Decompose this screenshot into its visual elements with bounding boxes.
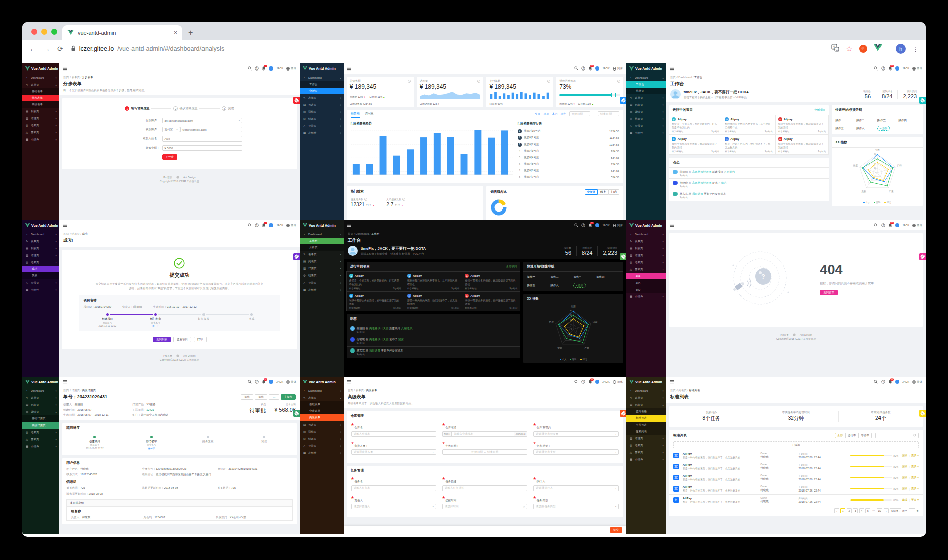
sidebar-subitem-success[interactable]: 成功: [22, 266, 59, 272]
legend-item[interactable]: 个人: [863, 201, 870, 204]
sidebar-item-result[interactable]: ◎结果页▾: [300, 272, 344, 279]
theme-settings-button[interactable]: [620, 410, 626, 417]
breadcrumb-item[interactable]: 列表页: [678, 389, 687, 392]
sidebar-item-list[interactable]: ▤列表页▾: [22, 401, 59, 408]
header-help-button[interactable]: ?: [581, 223, 585, 228]
user-avatar[interactable]: [895, 223, 899, 227]
header-search-button[interactable]: [874, 66, 878, 71]
theme-settings-button[interactable]: [293, 97, 300, 104]
theme-settings-button[interactable]: [620, 253, 626, 260]
project-card[interactable]: ◈Alipay那时候我只会想自己想要什么，从不想自己拥有什么科学搬砖组9小时前: [404, 271, 462, 292]
header-notification-button[interactable]: 12: [588, 66, 592, 71]
sidebar-item-exception[interactable]: △异常页▴: [626, 266, 666, 273]
theme-settings-button[interactable]: [919, 97, 926, 104]
feed-link[interactable]: 项目进展: [369, 349, 380, 352]
sidebar-subitem-advanced-form[interactable]: 高级表单: [300, 414, 344, 421]
quick-op-link[interactable]: 操作六: [856, 127, 877, 130]
feed-link[interactable]: 留言: [721, 181, 727, 184]
vue-devtools-icon[interactable]: [874, 44, 882, 53]
sidebar-item-exception[interactable]: △异常页▾: [626, 449, 666, 456]
breadcrumb-item[interactable]: 首页: [348, 232, 353, 235]
sidebar-subitem-analysis[interactable]: 分析页: [300, 88, 344, 94]
filter-门店[interactable]: 门店: [608, 189, 619, 195]
feed-link[interactable]: 八月迭代: [401, 327, 412, 330]
sidebar-item-profile[interactable]: ▥详情页▾: [22, 115, 59, 122]
select-field[interactable]: 请选择任务类型▾: [533, 504, 619, 509]
header-help-button[interactable]: ?: [255, 223, 259, 228]
sidebar-item-profile[interactable]: ▥详情页▾: [626, 108, 666, 115]
sidebar-item-form[interactable]: ✎表单页▴: [300, 394, 344, 401]
menu-collapse-button[interactable]: [670, 66, 674, 71]
quick-op-link[interactable]: 操作二: [856, 119, 877, 122]
project-card[interactable]: AAlipay城镇中有那么多的酒馆，她却偏偏走进了我的酒馆科学搬砖组9小时前: [775, 115, 829, 135]
submit-button[interactable]: 提交: [610, 527, 622, 533]
header-help-button[interactable]: ?: [881, 223, 885, 228]
sidebar-item-list[interactable]: ▤列表页▾: [22, 245, 59, 252]
sidebar-subitem-query-table[interactable]: 查询表格: [626, 408, 666, 415]
breadcrumb-item[interactable]: 高级表单: [366, 389, 377, 392]
page-4[interactable]: 4: [859, 508, 864, 513]
sidebar-item-exception[interactable]: △异常页▾: [22, 436, 59, 443]
project-group[interactable]: 科学搬砖组: [465, 287, 477, 290]
header-notification-button[interactable]: 12: [888, 380, 892, 384]
user-avatar[interactable]: [269, 66, 273, 71]
theme-settings-button[interactable]: [919, 253, 926, 260]
sidebar-item-result[interactable]: ◎结果页▴: [22, 259, 59, 266]
breadcrumb-item[interactable]: 工作台: [694, 76, 703, 79]
quick-op-link[interactable]: 操作三: [877, 119, 899, 122]
related-doc-link[interactable]: 12421: [146, 408, 154, 411]
user-avatar[interactable]: [269, 223, 273, 227]
theme-settings-button[interactable]: [293, 410, 300, 417]
project-group[interactable]: 科学搬砖组: [672, 130, 684, 133]
text-input[interactable]: Alex: [162, 136, 243, 142]
sidebar-item-list[interactable]: ▤列表页▴: [626, 401, 666, 408]
sidebar-item-dashboard[interactable]: ◔Dashboard▾: [22, 231, 59, 238]
new-tab-button[interactable]: +: [188, 28, 193, 37]
project-card[interactable]: ◈Alipay那时候我只会想自己想要什么，从不想自己拥有什么科学搬砖组9小时前: [722, 115, 775, 135]
page-10[interactable]: 10: [877, 508, 883, 513]
user-avatar[interactable]: [269, 380, 273, 384]
quick-op-link[interactable]: 操作一: [835, 119, 856, 122]
item-title[interactable]: AliPay: [683, 452, 757, 455]
text-input[interactable]: ¥ 5000: [162, 145, 243, 151]
language-selector[interactable]: 简体: [286, 67, 296, 71]
sidebar-item-profile[interactable]: ▥详情页▴: [22, 408, 59, 415]
language-selector[interactable]: 简体: [613, 380, 623, 384]
sidebar-item-dashboard[interactable]: ◔Dashboard▾: [22, 387, 59, 394]
edit-link[interactable]: 编辑: [902, 465, 907, 468]
sidebar-item-widgets[interactable]: ▦小组件▾: [300, 286, 344, 293]
edit-link[interactable]: 编辑: [902, 454, 907, 457]
sidebar-item-list[interactable]: ▤列表页▾: [626, 245, 666, 252]
more-link[interactable]: 更多 ▾: [911, 476, 919, 479]
project-card[interactable]: ◎Alipay那是一种内在的东西，他们到达不了，也无法触及的科学搬砖组9小时前: [722, 134, 775, 155]
menu-collapse-button[interactable]: [63, 66, 67, 71]
header-notification-button[interactable]: 12: [588, 380, 592, 384]
project-card[interactable]: AAlipay城镇中有那么多的酒馆，她却偏偏走进了我的酒馆科学搬砖组9小时前: [775, 134, 829, 155]
project-card[interactable]: 支Alipay城镇中有那么多的酒馆，她却偏偏走进了我的酒馆科学搬砖组9小时前: [346, 291, 404, 311]
breadcrumb-item[interactable]: 首页: [63, 232, 69, 235]
breadcrumb-item[interactable]: 表单页: [355, 389, 364, 392]
footer-link-pro[interactable]: Pro首页: [163, 176, 172, 179]
user-avatar[interactable]: [895, 66, 899, 71]
breadcrumb-item[interactable]: 工作台: [371, 232, 380, 235]
project-group[interactable]: 科学搬砖组: [349, 287, 361, 290]
action-button-4[interactable]: 主操作: [281, 394, 296, 400]
breadcrumb-item[interactable]: 结果页: [71, 232, 80, 235]
sidebar-subitem-basic-form[interactable]: 基础表单: [22, 88, 59, 95]
breadcrumb-item[interactable]: 详情页: [71, 389, 80, 392]
theme-settings-button[interactable]: [919, 410, 926, 417]
action-button-1[interactable]: 操作: [241, 394, 253, 400]
input-field[interactable]: 请输入任务名: [351, 485, 436, 491]
sidebar-item-dashboard[interactable]: ◔Dashboard▴: [300, 74, 344, 81]
sidebar-item-profile[interactable]: ▥详情页▾: [300, 428, 344, 435]
header-search-button[interactable]: [874, 380, 878, 384]
sidebar-item-dashboard[interactable]: ◔Dashboard▴: [300, 231, 344, 238]
sidebar-subitem-403[interactable]: 403: [626, 279, 666, 286]
sidebar-subitem-search-list[interactable]: 搜索列表: [626, 428, 666, 435]
sidebar-subitem-basic-detail[interactable]: 基础详情页: [22, 415, 59, 422]
project-group[interactable]: 科学搬砖组: [778, 150, 790, 153]
project-card[interactable]: ◈Alipay希望是一个好东西，也许是最好的，好东西是不会消亡的科学搬砖组9小时…: [346, 271, 404, 292]
user-avatar[interactable]: [895, 380, 899, 384]
sidebar-subitem-500[interactable]: 500: [626, 286, 666, 293]
step-extra[interactable]: 催一下: [123, 447, 179, 450]
